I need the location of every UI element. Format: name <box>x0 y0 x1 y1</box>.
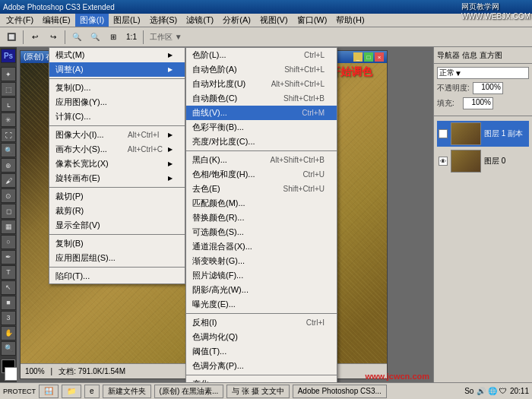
menu-trim[interactable]: 裁切(P) <box>49 189 185 204</box>
menu-rotate-canvas[interactable]: 旋转画布(E) <box>49 171 185 185</box>
sub-equalize[interactable]: 色调均化(Q) <box>186 330 337 344</box>
menu-filter[interactable]: 滤镜(T) <box>182 14 218 27</box>
tool-marquee[interactable]: ⬚ <box>1 82 16 97</box>
panel-header-title: 导航器 信息 直方图 <box>437 50 502 61</box>
menu-analyze[interactable]: 分析(A) <box>218 14 255 27</box>
menu-layer[interactable]: 图层(L) <box>109 14 144 27</box>
taskbar-start[interactable]: 🪟 <box>39 385 59 398</box>
taskbar-items: 🪟 📁 e 新建文件夹 (原创) 在黑油素... 与 张 摄 文文中 Adobe… <box>39 385 461 398</box>
menu-window[interactable]: 窗口(W) <box>293 14 332 27</box>
sub-match-color[interactable]: 匹配颜色(M)... <box>186 196 337 211</box>
layer-item-2[interactable]: 👁 图层 0 <box>437 148 529 174</box>
tool-3d[interactable]: 3 <box>1 311 16 325</box>
tool-zoom[interactable]: 🔍 <box>1 341 16 356</box>
opacity-label: 不透明度: <box>437 83 470 93</box>
menu-calculations[interactable]: 计算(C)... <box>49 109 185 124</box>
menu-mode[interactable]: 模式(M) <box>49 48 185 62</box>
sub-levels[interactable]: 色阶(L)... Ctrl+L <box>186 48 337 62</box>
taskbar-ie[interactable]: e <box>84 385 100 398</box>
sub-invert[interactable]: 反相(I) Ctrl+I <box>186 315 337 330</box>
layer-item-1[interactable]: 👁 图层 1 副本 <box>437 121 529 147</box>
toolbar-zoom-out[interactable]: 🔍 <box>87 29 103 46</box>
layer-1-visibility[interactable]: 👁 <box>439 129 448 138</box>
toolbar-workspace-label: 工作区 ▼ <box>147 32 185 43</box>
sub-shadow-highlight[interactable]: 阴影/高光(W)... <box>186 283 337 297</box>
tool-clone[interactable]: ⊙ <box>1 188 16 203</box>
menu-image-size[interactable]: 图像大小(I)... Alt+Ctrl+I <box>49 128 185 142</box>
toolbar-zoom-in[interactable]: 🔍 <box>68 29 85 46</box>
taskbar-new-folder[interactable]: 新建文件夹 <box>103 385 151 398</box>
sub-auto-levels[interactable]: 自动色阶(A) Shift+Ctrl+L <box>186 62 337 77</box>
sub-photo-filter[interactable]: 照片滤镜(F)... <box>186 268 337 283</box>
toolbar-actual[interactable]: 1:1 <box>123 29 140 46</box>
tool-eyedropper[interactable]: 🔍 <box>1 143 16 157</box>
toolbar-sep-1 <box>23 30 24 44</box>
sub-auto-contrast[interactable]: 自动对比度(U) Alt+Shift+Ctrl+L <box>186 77 337 91</box>
tool-move[interactable]: ✦ <box>1 67 16 81</box>
sub-black-white[interactable]: 黑白(K)... Alt+Shift+Ctrl+B <box>186 153 337 167</box>
tool-pen[interactable]: ✒ <box>1 250 16 264</box>
tool-text[interactable]: T <box>1 265 16 280</box>
menu-crop[interactable]: 裁剪(R) <box>49 204 185 218</box>
sub-selective-color[interactable]: 可选颜色(S)... <box>186 225 337 239</box>
blend-mode-dropdown[interactable]: 正常▼ <box>437 67 529 79</box>
sub-hue-saturation[interactable]: 色相/饱和度(H)... Ctrl+U <box>186 167 337 182</box>
sub-variations[interactable]: 变化... <box>186 377 337 382</box>
toolbar-sep-2 <box>65 30 65 44</box>
taskbar-app[interactable]: Adobe Photoshop CS3... <box>293 385 387 398</box>
taskbar-doc2[interactable]: 与 张 摄 文文中 <box>226 385 289 398</box>
tool-dodge[interactable]: ○ <box>1 235 16 249</box>
opacity-input[interactable]: 100% <box>473 82 503 94</box>
toolbar-auto-detect[interactable]: 🔲 <box>3 29 20 46</box>
menu-duplicate[interactable]: 复制(D)... <box>49 81 185 95</box>
blend-mode-row: 正常▼ <box>437 67 529 79</box>
menu-edit[interactable]: 编辑(E) <box>38 14 75 27</box>
menu-view[interactable]: 视图(V) <box>255 14 293 27</box>
canvas-maximize-btn[interactable]: □ <box>364 52 373 62</box>
tool-hand[interactable]: ✋ <box>1 326 16 340</box>
sub-gradient-map[interactable]: 渐变映射(G)... <box>186 254 337 268</box>
system-tray: So 🔊 🌐 🛡 20:11 <box>464 387 529 395</box>
tool-brush[interactable]: 🖌 <box>1 173 16 188</box>
tool-magic-wand[interactable]: ✳ <box>1 112 16 127</box>
tool-eraser[interactable]: ◻ <box>1 204 16 218</box>
sub-channel-mixer[interactable]: 通道混合器(X)... <box>186 239 337 254</box>
tool-healing[interactable]: ⊕ <box>1 158 16 173</box>
sub-threshold[interactable]: 阈值(T)... <box>186 344 337 359</box>
tool-crop[interactable]: ⛶ <box>1 128 16 142</box>
menu-adjust[interactable]: 调整(A) <box>49 62 185 77</box>
sub-curves[interactable]: 曲线(V)... Ctrl+M <box>186 106 337 120</box>
tool-lasso[interactable]: ʟ <box>1 97 16 112</box>
menu-reveal-all[interactable]: 显示全部(V) <box>49 218 185 233</box>
sub-brightness[interactable]: 亮度/对比度(C)... <box>186 135 337 149</box>
sub-sep1 <box>186 150 337 151</box>
sub-color-balance[interactable]: 色彩平衡(B)... <box>186 120 337 135</box>
toolbar-fit[interactable]: ⊞ <box>105 29 122 46</box>
menu-trap[interactable]: 陷印(T)... <box>49 269 185 283</box>
menu-pixel-aspect[interactable]: 像素长宽比(X) <box>49 157 185 171</box>
layer-2-visibility[interactable]: 👁 <box>439 157 448 166</box>
tool-shape[interactable]: ■ <box>1 296 16 310</box>
sub-posterize[interactable]: 色调分离(P)... <box>186 359 337 373</box>
toolbar-btn-2[interactable]: ↪ <box>45 29 62 46</box>
canvas-close-btn[interactable]: × <box>375 52 384 62</box>
menu-canvas-size[interactable]: 画布大小(S)... Alt+Ctrl+C <box>49 142 185 157</box>
menu-file[interactable]: 文件(F) <box>2 14 38 27</box>
toolbar-btn-1[interactable]: ↩ <box>27 29 43 46</box>
tool-path-select[interactable]: ↖ <box>1 280 16 295</box>
menu-image[interactable]: 图像(I) <box>75 14 109 27</box>
menu-copy-b[interactable]: 复制(B) <box>49 236 185 251</box>
sub-auto-color[interactable]: 自动颜色(C) Shift+Ctrl+B <box>186 91 337 106</box>
menu-select[interactable]: 选择(S) <box>145 14 182 27</box>
canvas-minimize-btn[interactable]: _ <box>353 52 363 62</box>
taskbar-photoshop-doc[interactable]: (原创) 在黑油素... <box>154 385 224 398</box>
menu-apply-image[interactable]: 应用图像(Y)... <box>49 95 185 109</box>
fill-input[interactable]: 100% <box>463 97 493 109</box>
menu-apply-layers[interactable]: 应用图层组(S)... <box>49 251 185 265</box>
sub-replace-color[interactable]: 替换颜色(R)... <box>186 211 337 225</box>
sub-exposure[interactable]: 曝光度(E)... <box>186 297 337 312</box>
taskbar-folder[interactable]: 📁 <box>62 385 81 398</box>
sub-desaturate[interactable]: 去色(E) Shift+Ctrl+U <box>186 182 337 196</box>
tool-gradient[interactable]: ▦ <box>1 220 16 234</box>
menu-help[interactable]: 帮助(H) <box>331 14 369 27</box>
